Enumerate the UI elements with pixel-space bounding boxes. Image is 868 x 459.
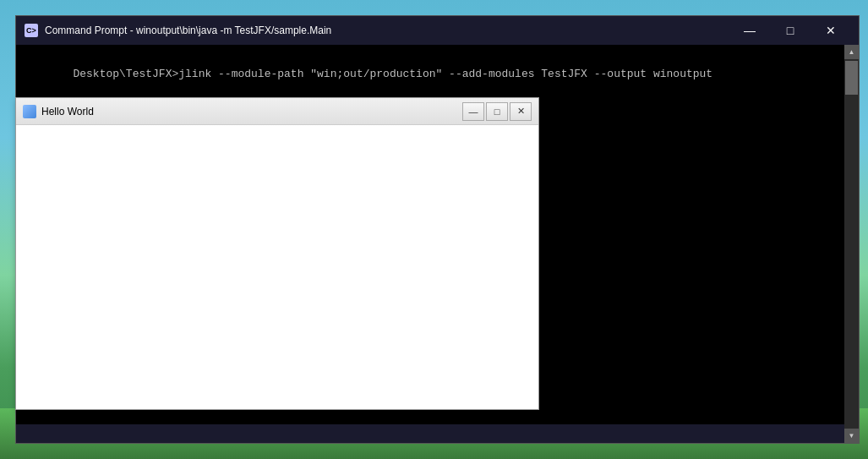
- hello-maximize-button[interactable]: □: [486, 102, 508, 121]
- hello-titlebar-buttons: — □ ✕: [462, 102, 532, 121]
- scroll-thumb[interactable]: [845, 61, 858, 95]
- hello-world-window: Hello World — □ ✕: [15, 97, 539, 410]
- cmd-title: Command Prompt - winoutput\bin\java -m T…: [45, 25, 730, 36]
- cmd-line1: Desktop\TestJFX>jlink --module-path "win…: [73, 68, 712, 80]
- cmd-minimize-button[interactable]: —: [730, 16, 769, 45]
- scroll-up-button[interactable]: ▲: [844, 45, 859, 59]
- cmd-titlebar[interactable]: C> Command Prompt - winoutput\bin\java -…: [16, 16, 859, 45]
- hello-window-title: Hello World: [41, 106, 462, 117]
- cmd-statusbar: [16, 424, 859, 443]
- cmd-icon: C>: [25, 24, 38, 37]
- cmd-titlebar-buttons: — □ ✕: [730, 16, 850, 45]
- hello-content: [16, 125, 538, 409]
- cmd-maximize-button[interactable]: □: [771, 16, 810, 45]
- hello-close-button[interactable]: ✕: [510, 102, 532, 121]
- cmd-close-button[interactable]: ✕: [811, 16, 850, 45]
- hello-minimize-button[interactable]: —: [462, 102, 484, 121]
- hello-window-icon: [23, 105, 36, 118]
- desktop: C> Command Prompt - winoutput\bin\java -…: [0, 0, 868, 459]
- scrollbar[interactable]: ▲ ▼: [844, 45, 859, 443]
- scroll-down-button[interactable]: ▼: [844, 429, 859, 443]
- hello-titlebar[interactable]: Hello World — □ ✕: [16, 98, 538, 125]
